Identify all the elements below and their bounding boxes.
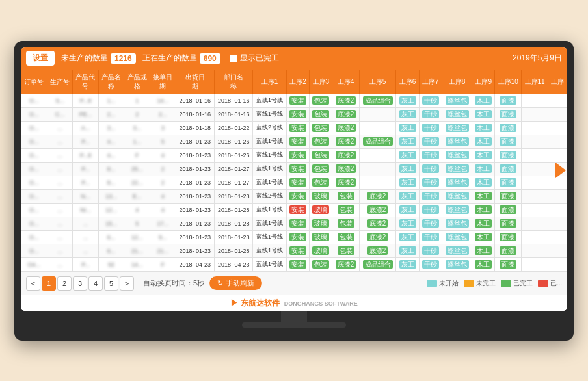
page-prev-btn[interactable]: < [26,276,40,291]
table-cell-left: 8... [98,162,124,176]
table-cell-op: 干砂 [419,107,442,121]
table-cell-left: 蓝线1号线 [253,176,286,189]
table-cell-left: 2018- 01-28 [215,189,253,203]
col-op6: 工序6 [396,70,419,94]
col-prod-spec: 产品规格 [124,70,150,94]
col-dept: 邮门名称 [215,70,253,94]
table-cell-op [522,162,548,176]
table-cell-op: 灰工 [396,189,419,203]
monitor-stand-neck [281,311,307,322]
table-cell-op: 安装 [286,148,309,162]
table-cell-left: O... [21,176,47,189]
logo-bar: ▶ 东航达软件 DONGHANGS SOFTWARE [21,295,567,311]
table-container[interactable]: 订单号 生产号 产品代号 产品名称 产品规格 接单日期 出货日期 邮门名称 工序… [21,70,567,272]
table-cell-left: ... [47,189,73,203]
refresh-icon: ↻ [217,279,223,287]
legend-color-in-progress [464,280,474,287]
table-cell-left: P...8 [73,148,99,162]
date-label: 2019年5月9日 [513,53,562,64]
table-cell-left: O... [21,203,47,217]
legend-color-not-started [427,280,437,287]
table-cell-left: 12... [98,203,124,217]
col-op2: 工序2 [286,70,309,94]
table-cell-op: 灰工 [396,244,419,257]
table-cell-op: 干砂 [419,121,442,135]
settings-button[interactable]: 设置 [26,51,55,66]
table-cell-op: 干砂 [419,176,442,189]
page-btn-4[interactable]: 4 [88,276,103,291]
table-cell-op: 面漆 [495,94,522,107]
table-cell-left: 蓝线1号线 [253,244,286,257]
table-cell-op: 底漆2 [332,107,359,121]
table-cell-op: 灰工 [396,176,419,189]
legend-done: 已完工 [501,279,533,288]
table-cell-op: 灰工 [396,148,419,162]
table-cell-op: 底漆2 [359,217,396,230]
page-btn-1[interactable]: 1 [42,276,56,291]
table-row: O......NI...12...442018- 01-232018- 01-2… [21,203,567,217]
table-cell-left: 蓝线1号线 [253,217,286,230]
refresh-button[interactable]: ↻ 手动刷新 [209,276,262,290]
table-cell-left: 2018- 04-23 [176,257,214,271]
page-btn-2[interactable]: 2 [57,276,72,291]
table-cell-left: 2018- 01-16 [176,107,214,121]
table-cell-left: N... [73,189,99,203]
table-cell-left: 4 [150,203,176,217]
table-cell-op: 安装 [286,189,309,203]
pagination[interactable]: < 1 2 3 4 5 > [26,276,134,291]
table-cell-op [548,257,567,271]
table-cell-left: O4... [21,257,47,271]
table-cell-op [548,121,567,135]
table-cell-op: 干砂 [419,94,442,107]
table-cell-op: 面漆 [495,257,522,271]
table-cell-left: 2018- 01-27 [215,176,253,189]
table-cell-op: 灰工 [396,94,419,107]
table-row: O4......P...9214...F2018- 04-232018- 04-… [21,257,567,271]
table-cell-op: 木工 [472,148,495,162]
table-cell-left: 蓝线2号线 [253,121,286,135]
table-cell-op: 干砂 [419,203,442,217]
table-cell-left: ... [47,203,73,217]
table-cell-left: 2018- 01-28 [215,230,253,244]
table-cell-left: 4 [124,203,150,217]
table-cell-op: 螺丝包 [442,107,472,121]
table-cell-op: 包装 [310,121,332,135]
table-cell-op [522,230,548,244]
table-cell-left: 2 [150,176,176,189]
table-cell-op [522,244,548,257]
table-cell-op: 螺丝包 [442,94,472,107]
table-cell-left: 蓝线1号线 [253,135,286,148]
col-prod-code: 产品代号 [73,70,99,94]
table-cell-left: 1 [124,94,150,107]
col-op8: 工序8 [442,70,472,94]
table-cell-op: 干砂 [419,148,442,162]
table-cell-op [522,217,548,230]
table-cell-left: 2018- 01-16 [215,94,253,107]
table-cell-left: 2018- 01-23 [176,244,214,257]
table-cell-op [548,135,567,148]
table-cell-left: F [150,257,176,271]
legend-label-not-started: 未开始 [439,279,459,288]
table-cell-op [359,148,396,162]
table-cell-op: 木工 [472,162,495,176]
page-btn-3[interactable]: 3 [73,276,87,291]
table-cell-left: 25... [124,162,150,176]
not-produced-label: 未生产的数量 [61,53,108,64]
legend-not-started: 未开始 [427,279,459,288]
table-cell-left: 13... [98,189,124,203]
show-done-group[interactable]: 显示已完工 [230,53,279,64]
table-cell-left: E... [124,189,150,203]
table-cell-op: 底漆2 [359,189,396,203]
show-done-checkbox[interactable] [230,55,237,62]
table-header-row: 订单号 生产号 产品代号 产品名称 产品规格 接单日期 出货日期 邮门名称 工序… [21,70,567,94]
col-op11: 工序11 [522,70,548,94]
table-cell-op: 螺丝包 [442,257,472,271]
page-next-btn[interactable]: > [120,276,134,291]
table-cell-op: 玻璃 [310,189,332,203]
table-cell-op: 灰工 [396,203,419,217]
page-btn-5[interactable]: 5 [104,276,118,291]
table-cell-op: 安装 [286,230,309,244]
scroll-right-arrow[interactable] [555,163,566,178]
screen: 设置 未生产的数量 1216 正在生产的数量 690 显示已完工 2019年5月… [21,47,567,311]
table-cell-left: 6... [98,230,124,244]
